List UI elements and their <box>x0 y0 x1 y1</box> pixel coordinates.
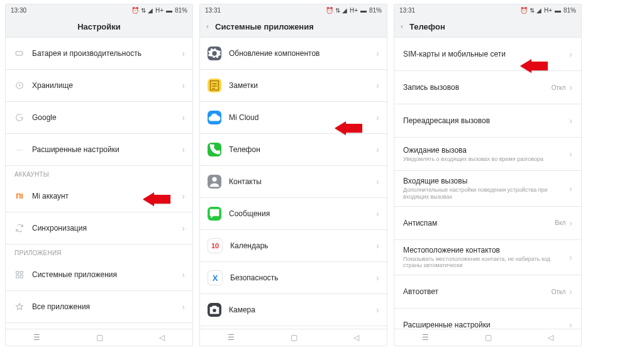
chevron-right-icon: › <box>182 270 185 280</box>
svg-rect-0 <box>16 52 23 55</box>
row-google[interactable]: Google › <box>6 102 192 134</box>
page-title: Настройки <box>77 22 121 31</box>
row-battery[interactable]: Батарея и производительность › <box>6 38 192 70</box>
row-subtitle: Уведомлять о входящих вызовах во время р… <box>403 156 569 163</box>
nav-recent-icon[interactable]: ☰ <box>33 333 40 342</box>
more-icon: ··· <box>13 143 26 156</box>
nav-recent-icon[interactable]: ☰ <box>422 333 429 342</box>
settings-row[interactable]: АнтиспамВкл› <box>394 207 581 240</box>
chevron-right-icon: › <box>569 82 572 92</box>
phone-icon <box>208 143 221 156</box>
row-label: Все приложения <box>32 302 182 311</box>
note-icon <box>208 79 221 92</box>
row-value: Откл <box>552 288 566 295</box>
app-row[interactable]: Сообщения› <box>200 198 387 230</box>
settings-row[interactable]: Местоположение контактовПоказывать место… <box>394 240 581 276</box>
row-label: Запись вызовов <box>403 83 552 92</box>
row-label: Ожидание вызова <box>403 146 569 155</box>
svg-rect-4 <box>16 275 19 278</box>
settings-row[interactable]: Ожидание вызоваУведомлять о входящих выз… <box>394 138 581 171</box>
app-row[interactable]: 10Календарь› <box>200 230 387 262</box>
cal-icon: 10 <box>208 238 223 253</box>
pointer-arrow <box>520 59 548 75</box>
screen-settings: 13:30 ⏰ ⇅ ◢H+▬81% Настройки Батарея и пр… <box>5 4 193 346</box>
nav-back-icon[interactable]: ◁ <box>548 333 553 342</box>
row-all-apps[interactable]: Все приложения › <box>6 291 192 323</box>
row-label: Расширенные настройки <box>32 145 182 154</box>
row-label: Местоположение контактов <box>403 246 569 255</box>
chevron-right-icon: › <box>376 80 379 90</box>
row-label: Антиспам <box>403 219 555 228</box>
row-label: Батарея и производительность <box>32 49 182 58</box>
app-row[interactable]: XБезопасность› <box>200 262 387 294</box>
google-icon <box>13 111 26 124</box>
svg-point-12 <box>212 177 216 182</box>
chevron-right-icon: › <box>376 177 379 187</box>
nav-home-icon[interactable]: ▢ <box>96 333 103 342</box>
row-label: Безопасность <box>230 273 376 282</box>
app-row[interactable]: Обновление компонентов› <box>200 38 387 70</box>
row-label: Хранилище <box>32 81 182 90</box>
svg-marker-6 <box>16 304 23 310</box>
chevron-right-icon: › <box>182 223 185 233</box>
navbar: ☰ ▢ ◁ <box>394 329 581 346</box>
row-label: Автоответ <box>403 287 552 296</box>
row-label: Google <box>32 113 182 122</box>
back-icon[interactable]: ‹ <box>206 22 209 31</box>
settings-row[interactable]: Запись вызововОткл› <box>394 71 581 104</box>
nav-home-icon[interactable]: ▢ <box>485 333 492 342</box>
nav-home-icon[interactable]: ▢ <box>291 333 297 342</box>
app-row[interactable]: Заметки› <box>200 70 387 102</box>
statusbar: 13:31 ⏰ ⇅ ◢H+▬81% <box>394 4 581 16</box>
nav-recent-icon[interactable]: ☰ <box>228 333 235 342</box>
x-icon: X <box>208 270 223 285</box>
sync-icon <box>13 222 26 234</box>
row-advanced[interactable]: ··· Расширенные настройки › <box>6 134 192 166</box>
row-label: Системные приложения <box>32 270 182 279</box>
pointer-arrow <box>335 121 362 137</box>
settings-row[interactable]: Переадресация вызовов› <box>394 104 581 138</box>
settings-row[interactable]: АвтоответОткл› <box>394 275 581 309</box>
settings-row[interactable]: Входящие вызовыДополнительные настройки … <box>394 171 581 207</box>
row-system-apps[interactable]: Системные приложения › <box>6 259 192 291</box>
pointer-arrow <box>143 192 170 208</box>
svg-rect-2 <box>16 272 19 274</box>
svg-rect-3 <box>20 272 23 274</box>
chevron-right-icon: › <box>376 305 379 315</box>
apps-icon <box>13 300 26 313</box>
chevron-right-icon: › <box>182 48 185 58</box>
chevron-right-icon: › <box>569 49 572 59</box>
row-value: Вкл <box>555 219 565 226</box>
chevron-right-icon: › <box>376 209 379 219</box>
person-icon <box>208 175 221 189</box>
settings-row[interactable]: Расширенные настройки› <box>394 309 581 330</box>
status-time: 13:31 <box>399 7 415 14</box>
chevron-right-icon: › <box>569 116 572 126</box>
svg-point-13 <box>213 309 216 312</box>
nav-back-icon[interactable]: ◁ <box>159 333 165 342</box>
header: Настройки <box>6 16 192 38</box>
section-apps: ПРИЛОЖЕНИЯ <box>6 244 192 259</box>
chevron-right-icon: › <box>182 112 185 123</box>
screen-phone: 13:31 ⏰ ⇅ ◢H+▬81% ‹ Телефон SIM-карты и … <box>394 4 582 346</box>
app-row[interactable]: Контакты› <box>200 166 387 198</box>
row-sync[interactable]: Синхронизация › <box>6 212 192 244</box>
header: ‹ Телефон <box>394 16 581 38</box>
cloud-icon <box>208 111 221 124</box>
row-storage[interactable]: Хранилище › <box>6 70 192 102</box>
back-icon[interactable]: ‹ <box>401 22 403 31</box>
navbar: ☰ ▢ ◁ <box>6 329 192 346</box>
header: ‹ Системные приложения <box>200 16 387 38</box>
page-title: Системные приложения <box>215 22 314 31</box>
row-label: Входящие вызовы <box>403 177 569 185</box>
mi-icon: ΠΙ <box>13 190 26 202</box>
app-row[interactable]: Камера› <box>200 294 387 326</box>
settings-row[interactable]: SIM-карты и мобильные сети› <box>394 38 581 71</box>
chevron-right-icon: › <box>182 80 185 90</box>
row-label: SIM-карты и мобильные сети <box>403 50 569 58</box>
nav-back-icon[interactable]: ◁ <box>353 333 359 342</box>
row-label: Переадресация вызовов <box>403 116 569 125</box>
app-row[interactable]: Телефон› <box>200 134 387 166</box>
status-right: ⏰ ⇅ ◢H+▬81% <box>326 7 382 14</box>
chevron-right-icon: › <box>569 287 572 297</box>
